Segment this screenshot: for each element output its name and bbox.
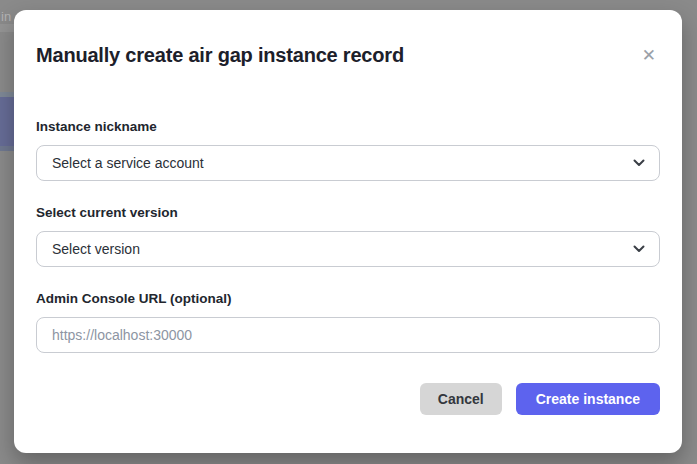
close-button[interactable]: ✕ bbox=[638, 45, 660, 66]
background-strip-bottom bbox=[0, 146, 14, 151]
modal-title: Manually create air gap instance record bbox=[36, 43, 404, 67]
background-band bbox=[0, 24, 14, 32]
service-account-select[interactable]: Select a service account bbox=[36, 145, 660, 181]
create-airgap-instance-modal: Manually create air gap instance record … bbox=[14, 10, 682, 453]
version-select[interactable]: Select version bbox=[36, 231, 660, 267]
admin-console-url-input[interactable] bbox=[36, 317, 660, 353]
instance-nickname-select-wrap: Select a service account bbox=[36, 145, 660, 181]
current-version-select-wrap: Select version bbox=[36, 231, 660, 267]
instance-nickname-label: Instance nickname bbox=[36, 119, 660, 135]
create-instance-button[interactable]: Create instance bbox=[516, 383, 660, 415]
background-sidebar-item bbox=[0, 97, 14, 146]
field-group-instance-nickname: Instance nickname Select a service accou… bbox=[36, 119, 660, 181]
current-version-label: Select current version bbox=[36, 205, 660, 221]
modal-footer: Cancel Create instance bbox=[36, 383, 660, 415]
modal-header: Manually create air gap instance record … bbox=[36, 43, 660, 67]
admin-console-url-input-wrap bbox=[36, 317, 660, 353]
admin-console-url-label: Admin Console URL (optional) bbox=[36, 291, 660, 307]
close-icon: ✕ bbox=[642, 46, 656, 65]
cancel-button[interactable]: Cancel bbox=[420, 383, 502, 415]
field-group-current-version: Select current version Select version bbox=[36, 205, 660, 267]
background-page-text: in bbox=[1, 9, 11, 24]
field-group-admin-console-url: Admin Console URL (optional) bbox=[36, 291, 660, 353]
